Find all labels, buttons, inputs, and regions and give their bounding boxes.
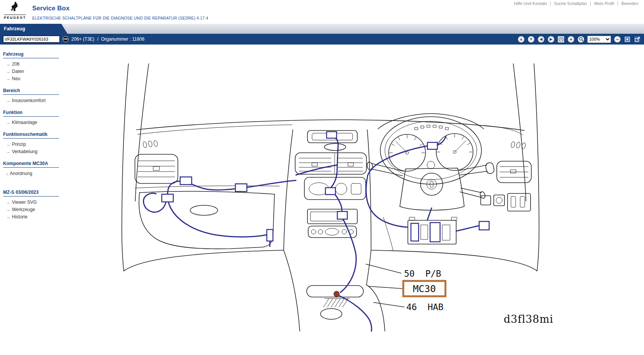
- arrow-right-icon: →: [6, 119, 10, 125]
- open-window-icon[interactable]: [634, 36, 641, 43]
- sidebar-section-bereich: Bereich: [3, 88, 59, 95]
- arrow-right-icon: →: [6, 97, 10, 104]
- sidebar-item-206[interactable]: → 206: [6, 61, 112, 67]
- magnifier-icon[interactable]: [577, 36, 585, 43]
- mc30-ground-node: [334, 291, 339, 297]
- sidebar-item-label: Prinzip: [12, 141, 26, 147]
- sidebar-item-label: Daten: [12, 68, 24, 74]
- toolbar: OK 206+ (T3E) / Organummer : 11806 ▲ ▼ ◀…: [0, 34, 644, 45]
- sidebar: Fahrzeug → 206 → Daten → Neu Bereich → I…: [0, 45, 112, 355]
- link-suche-schaltplan[interactable]: Suche Schaltplan: [550, 1, 590, 6]
- sidebar-item-klimaanlage[interactable]: → Klimaanlage: [6, 119, 112, 125]
- tab-fahrzeug[interactable]: Fahrzeug: [0, 24, 67, 34]
- sidebar-item-label: Neu: [12, 76, 20, 82]
- sidebar-item-daten[interactable]: → Daten: [6, 68, 112, 74]
- dashboard-lower-edge: [124, 250, 537, 271]
- sidebar-item-prinzip[interactable]: → Prinzip: [6, 141, 112, 147]
- arrow-down-icon: ↓: [6, 170, 8, 177]
- sidebar-item-label: Verkabelung: [12, 149, 38, 155]
- sidebar-item-werkzeuge[interactable]: → Werkzeuge: [6, 206, 112, 213]
- sidebar-item-label: Insassenkomfort: [12, 97, 46, 104]
- vin-input[interactable]: [3, 36, 60, 43]
- left-air-vent: [135, 154, 178, 183]
- sidebar-item-label: Viewer SVG: [12, 199, 37, 205]
- nav-right-icon[interactable]: ▶: [547, 36, 555, 43]
- sidebar-item-label: Historie: [12, 214, 28, 220]
- glovebox: [135, 186, 279, 249]
- separator-label: /: [97, 36, 98, 42]
- peugeot-lion-icon: [8, 1, 21, 13]
- app-subtitle: ELEKTRISCHE SCHALTPLÄNE FÜR DIE DIAGNOSE…: [32, 16, 208, 20]
- speaker-grilles: [143, 140, 526, 149]
- nav-up-icon[interactable]: ▲: [518, 36, 525, 43]
- sidebar-item-label: 206: [12, 61, 20, 67]
- peugeot-logo: PEUGEOT: [4, 1, 26, 20]
- sidebar-item-neu[interactable]: → Neu: [6, 76, 112, 82]
- sidebar-item-historie[interactable]: → Historie: [6, 214, 112, 220]
- arrow-right-icon: →: [6, 149, 10, 155]
- fit-screen-icon[interactable]: [624, 36, 631, 43]
- top-links: Hilfe Und Kontakt Suche Schaltplan Mein …: [511, 1, 642, 6]
- callout-50-pb: 50 P/B: [404, 269, 441, 279]
- sidebar-item-insassenkomfort[interactable]: → Insassenkomfort: [6, 97, 112, 104]
- arrow-right-icon: →: [6, 206, 10, 213]
- callouts: 50 P/B MC30 46 HAB: [366, 264, 445, 312]
- print-icon[interactable]: [557, 36, 565, 43]
- zoom-in-icon[interactable]: +: [567, 36, 575, 43]
- zoom-out-icon[interactable]: −: [614, 36, 621, 43]
- app-title: Service Box: [32, 5, 69, 12]
- organ-number-label: Organummer : 11806: [101, 36, 145, 42]
- sidebar-section-fahrzeug: Fahrzeug: [3, 51, 59, 58]
- link-beenden[interactable]: Beenden: [618, 1, 642, 6]
- arrow-right-icon: →: [6, 199, 10, 205]
- nav-down-icon[interactable]: ▼: [527, 36, 535, 43]
- arrow-right-icon: →: [6, 61, 10, 67]
- callout-mc30: MC30: [413, 283, 436, 294]
- arrow-right-icon: →: [6, 141, 10, 147]
- fuse-box: [383, 217, 457, 250]
- sidebar-section-funktion: Funktion: [3, 110, 59, 117]
- sidebar-item-verkabelung[interactable]: → Verkabelung: [6, 149, 112, 155]
- app-header: PEUGEOT Service Box ELEKTRISCHE SCHALTPL…: [0, 0, 644, 24]
- arrow-right-icon: →: [6, 68, 10, 74]
- dashboard-diagram: 50 P/B MC30 46 HAB d3fl38mi: [112, 45, 644, 355]
- tab-bar: Fahrzeug: [0, 24, 644, 34]
- sidebar-section-funktionsschematik: Funktionsschematik: [3, 132, 59, 139]
- sidebar-section-mzs-date: MZ-S 03/06/2023: [3, 190, 59, 196]
- nav-left-icon[interactable]: ◀: [537, 36, 545, 43]
- sidebar-item-label: Klimaanlage: [12, 119, 37, 125]
- center-console: [284, 250, 385, 331]
- arrow-right-icon: →: [6, 214, 10, 220]
- sidebar-item-label: Werkzeuge: [12, 206, 35, 213]
- diagram-canvas[interactable]: 50 P/B MC30 46 HAB d3fl38mi: [112, 45, 644, 355]
- vehicle-label: 206+ (T3E): [71, 36, 94, 42]
- brand-text: PEUGEOT: [4, 15, 26, 20]
- sidebar-item-anordnung[interactable]: ↓ Anordnung: [6, 170, 112, 177]
- link-mein-profil[interactable]: Mein Profil: [590, 1, 618, 6]
- sidebar-section-komponente-mc30a: Komponente MC30A: [3, 161, 59, 168]
- ok-button[interactable]: OK: [62, 36, 69, 42]
- zoom-select[interactable]: 100%: [587, 36, 611, 43]
- diagram-watermark: d3fl38mi: [504, 313, 554, 325]
- steering-column: [366, 162, 495, 210]
- sidebar-item-viewer-svg[interactable]: → Viewer SVG: [6, 199, 112, 205]
- sidebar-item-label: Anordnung: [10, 170, 33, 177]
- callout-46-hab: 46 HAB: [406, 302, 444, 312]
- arrow-right-icon: →: [6, 76, 10, 82]
- link-hilfe-und-kontakt[interactable]: Hilfe Und Kontakt: [511, 1, 550, 6]
